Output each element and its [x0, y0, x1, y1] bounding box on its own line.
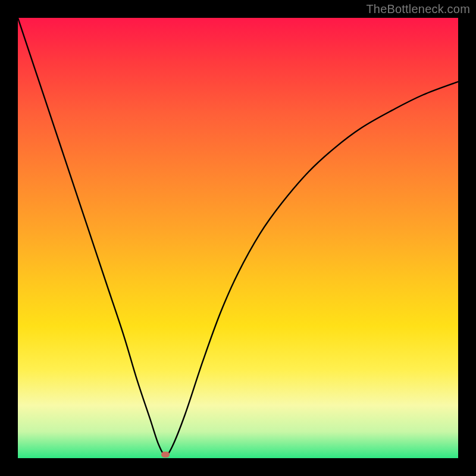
- bottleneck-curve: [18, 18, 458, 455]
- watermark-text: TheBottleneck.com: [366, 2, 470, 16]
- curve-svg: [18, 18, 458, 458]
- optimal-point-marker: [161, 452, 170, 458]
- chart-frame: TheBottleneck.com: [0, 0, 476, 476]
- plot-area: [18, 18, 458, 458]
